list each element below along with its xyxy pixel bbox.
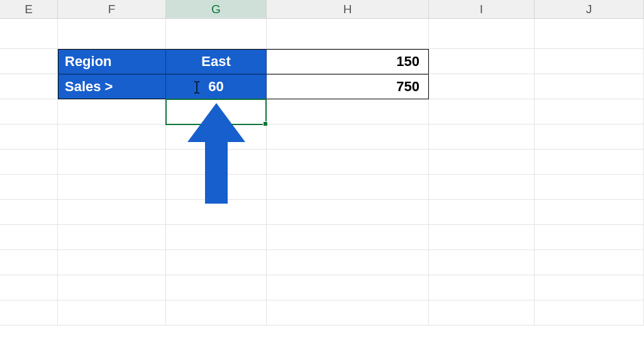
cell[interactable] [535,49,644,74]
cell[interactable] [267,150,429,175]
cell[interactable] [166,200,267,225]
cell[interactable] [429,225,535,250]
cell[interactable] [166,250,267,275]
cell[interactable] [0,175,58,200]
cell[interactable] [0,200,58,225]
cell[interactable] [429,300,535,326]
cell[interactable] [166,150,267,175]
col-header-F[interactable]: F [58,0,166,18]
cell[interactable] [535,124,644,150]
cell-sales-value[interactable]: 60 [166,74,267,99]
cell[interactable] [267,275,429,300]
cell[interactable] [429,275,535,300]
cell[interactable] [429,99,535,124]
cell[interactable] [58,150,166,175]
cell-sales-label[interactable]: Sales > [58,74,166,99]
cell[interactable] [166,275,267,300]
cell[interactable] [429,49,535,74]
cell[interactable] [166,19,267,49]
cell[interactable] [267,300,429,326]
cell[interactable] [535,225,644,250]
cell[interactable] [58,200,166,225]
cell[interactable] [58,225,166,250]
cell[interactable] [535,150,644,175]
col-header-E[interactable]: E [0,0,58,18]
cell[interactable] [267,19,429,49]
cell[interactable] [535,175,644,200]
cell[interactable] [429,250,535,275]
cell-region-label[interactable]: Region [58,49,166,74]
cell[interactable] [0,124,58,150]
cell[interactable] [267,225,429,250]
cell-region-result[interactable]: 150 [267,49,429,74]
cell[interactable] [58,275,166,300]
cell[interactable] [535,200,644,225]
col-header-I[interactable]: I [429,0,535,18]
cell[interactable] [535,250,644,275]
cell[interactable] [535,275,644,300]
cell[interactable] [0,150,58,175]
cell[interactable] [166,124,267,150]
cell-region-value[interactable]: East [166,49,267,74]
cell[interactable] [535,99,644,124]
cell[interactable] [267,250,429,275]
cell[interactable] [166,99,267,124]
cell[interactable] [0,19,58,49]
cell[interactable] [0,275,58,300]
cell[interactable] [166,300,267,326]
cell[interactable] [0,49,58,74]
cell[interactable] [535,19,644,49]
cell[interactable] [429,74,535,99]
cell[interactable] [429,175,535,200]
spreadsheet-grid[interactable]: E F G H I J Region East 150 Sales > [0,0,644,362]
cell[interactable] [0,99,58,124]
cell[interactable] [535,74,644,99]
cell[interactable] [166,225,267,250]
col-header-G[interactable]: G [166,0,267,18]
cell[interactable] [429,124,535,150]
cell[interactable] [58,175,166,200]
cell[interactable] [0,225,58,250]
cell[interactable] [0,74,58,99]
grid-rows: Region East 150 Sales > 60 750 [0,19,644,326]
cell[interactable] [58,124,166,150]
cell[interactable] [429,150,535,175]
cell[interactable] [58,300,166,326]
cell[interactable] [267,124,429,150]
column-headers: E F G H I J [0,0,644,19]
cell[interactable] [58,19,166,49]
cell[interactable] [58,250,166,275]
cell-sales-result[interactable]: 750 [267,74,429,99]
cell[interactable] [166,175,267,200]
cell[interactable] [267,99,429,124]
cell[interactable] [0,300,58,326]
cell[interactable] [429,19,535,49]
cell[interactable] [0,250,58,275]
col-header-J[interactable]: J [535,0,644,18]
col-header-H[interactable]: H [267,0,429,18]
cell[interactable] [58,99,166,124]
cell[interactable] [429,200,535,225]
cell[interactable] [267,175,429,200]
cell[interactable] [535,300,644,326]
cell[interactable] [267,200,429,225]
